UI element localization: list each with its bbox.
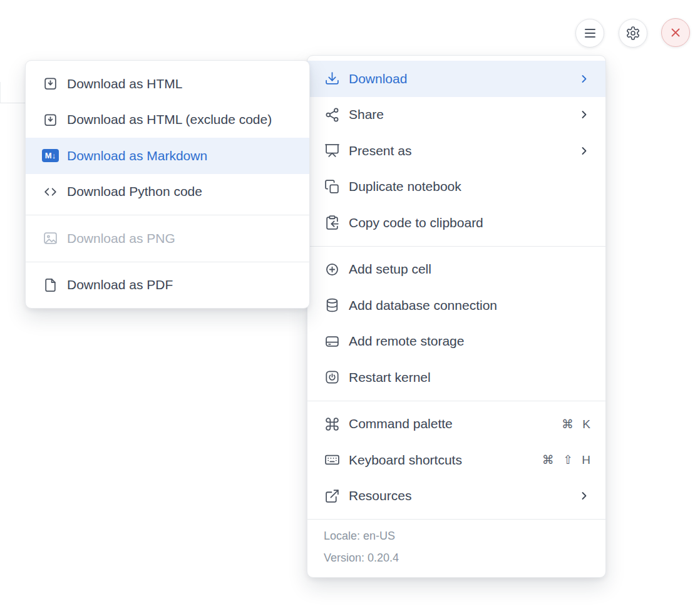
menu-item-label: Duplicate notebook xyxy=(349,179,590,194)
menu-item-label: Download as PDF xyxy=(67,277,294,292)
menu-item-label: Download as HTML (exclude code) xyxy=(67,112,294,127)
close-button[interactable] xyxy=(661,18,690,47)
menu-item-label: Share xyxy=(349,107,570,122)
download-icon xyxy=(324,70,341,87)
menu-item-add-remote-storage[interactable]: Add remote storage xyxy=(307,324,605,360)
chevron-right-icon xyxy=(578,73,590,85)
chevron-right-icon xyxy=(578,108,590,121)
menu-item-download[interactable]: Download xyxy=(307,61,605,97)
menu-item-label: Download Python code xyxy=(67,184,294,199)
chevron-right-icon xyxy=(578,490,590,502)
menu-item-copy-code[interactable]: Copy code to clipboard xyxy=(307,205,605,241)
submenu-section-png: Download as PNG xyxy=(26,215,309,262)
external-link-icon xyxy=(324,488,341,505)
menu-item-label: Download xyxy=(349,71,570,86)
menu-item-label: Add setup cell xyxy=(349,262,590,277)
menu-section-cells: Add setup cell Add database connection A… xyxy=(307,246,605,401)
menu-item-download-pdf[interactable]: Download as PDF xyxy=(26,267,309,304)
code-icon xyxy=(42,183,59,200)
menu-item-label: Restart kernel xyxy=(349,370,590,385)
version-text: Version: 0.20.4 xyxy=(324,547,589,569)
notebook-menu-button[interactable] xyxy=(575,19,604,48)
background-cell-border-vertical xyxy=(0,82,1,103)
locale-text: Locale: en-US xyxy=(324,525,589,547)
download-submenu: Download as HTML Download as HTML (exclu… xyxy=(25,60,310,309)
presentation-icon xyxy=(324,142,341,159)
submenu-section-documents: Download as HTML Download as HTML (exclu… xyxy=(26,61,309,215)
menu-item-command-palette[interactable]: Command palette ⌘ K xyxy=(307,406,605,443)
keyboard-icon xyxy=(324,451,341,468)
menu-item-present-as[interactable]: Present as xyxy=(307,133,605,169)
clipboard-copy-icon xyxy=(324,214,341,231)
hamburger-icon xyxy=(585,29,595,38)
chevron-right-icon xyxy=(578,145,590,157)
power-icon xyxy=(324,369,341,386)
menu-item-share[interactable]: Share xyxy=(307,97,605,133)
menu-item-download-markdown[interactable]: M↓ Download as Markdown xyxy=(26,138,309,174)
image-icon xyxy=(42,230,59,247)
menu-item-keyboard-shortcuts[interactable]: Keyboard shortcuts ⌘ ⇧ H xyxy=(307,442,605,478)
menu-item-download-html-exclude-code[interactable]: Download as HTML (exclude code) xyxy=(26,102,309,138)
menu-item-download-html[interactable]: Download as HTML xyxy=(26,66,309,102)
download-box-icon xyxy=(42,111,59,128)
menu-item-label: Keyboard shortcuts xyxy=(349,453,534,468)
settings-button[interactable] xyxy=(619,19,647,48)
shortcut-label: ⌘ ⇧ H xyxy=(542,453,590,467)
menu-item-download-png: Download as PNG xyxy=(26,220,309,257)
menu-item-label: Add database connection xyxy=(349,298,590,313)
menu-section-help: Command palette ⌘ K Keyboard shortcuts ⌘… xyxy=(307,401,605,520)
submenu-section-pdf: Download as PDF xyxy=(26,262,309,309)
duplicate-icon xyxy=(324,178,341,195)
database-icon xyxy=(324,297,341,314)
background-cell-border-horizontal xyxy=(0,103,26,103)
menu-item-resources[interactable]: Resources xyxy=(307,478,605,515)
menu-item-restart-kernel[interactable]: Restart kernel xyxy=(307,359,605,396)
menu-item-add-setup-cell[interactable]: Add setup cell xyxy=(307,252,605,288)
menu-footer: Locale: en-US Version: 0.20.4 xyxy=(307,519,605,577)
menu-item-download-python-code[interactable]: Download Python code xyxy=(26,174,309,210)
file-icon xyxy=(42,277,59,294)
markdown-icon: M↓ xyxy=(42,147,59,164)
gear-icon xyxy=(625,26,641,41)
shortcut-label: ⌘ K xyxy=(562,417,590,431)
menu-item-label: Download as HTML xyxy=(67,76,294,91)
notebook-actions-menu: Download Share Present as xyxy=(307,55,606,578)
menu-item-add-database-connection[interactable]: Add database connection xyxy=(307,287,605,324)
menu-item-label: Command palette xyxy=(349,416,553,431)
command-icon xyxy=(324,416,341,433)
hard-drive-icon xyxy=(324,333,341,350)
menu-item-label: Resources xyxy=(349,488,570,503)
close-icon xyxy=(669,26,682,39)
plus-circle-icon xyxy=(324,261,341,278)
download-box-icon xyxy=(42,75,59,92)
menu-item-label: Copy code to clipboard xyxy=(349,215,590,230)
notebook-page: Download Share Present as xyxy=(0,0,700,616)
menu-section-primary: Download Share Present as xyxy=(307,56,605,246)
menu-item-label: Add remote storage xyxy=(349,334,590,349)
menu-item-label: Present as xyxy=(349,143,570,158)
menu-item-duplicate-notebook[interactable]: Duplicate notebook xyxy=(307,169,605,205)
menu-item-label: Download as Markdown xyxy=(67,148,294,163)
share-icon xyxy=(324,106,341,123)
menu-item-label: Download as PNG xyxy=(67,231,294,246)
